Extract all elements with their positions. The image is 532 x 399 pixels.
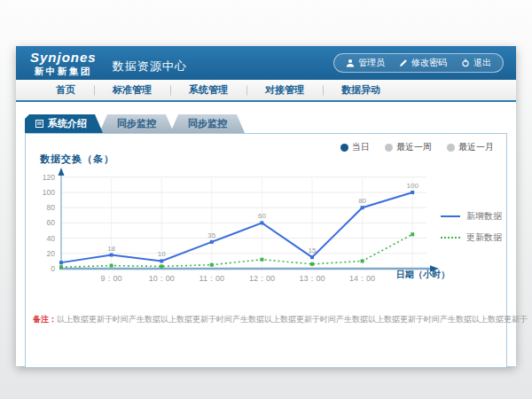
tab-bar: 系统介绍同步监控同步监控	[25, 114, 245, 133]
svg-text:9：00: 9：00	[101, 274, 122, 283]
logo-text-cn: 新中新集团	[30, 66, 97, 76]
footnote-body: 以上数据更新于时间产生数据以上数据更新于时间产生数据以上数据更新于时间产生数据以…	[57, 315, 528, 324]
period-option-1[interactable]: 当日	[340, 141, 370, 153]
chart-legend: 新增数据更新数据	[441, 210, 502, 253]
footnote: 备注：以上数据更新于时间产生数据以上数据更新于时间产生数据以上数据更新于时间产生…	[33, 314, 499, 325]
period-option-label: 最近一周	[396, 141, 432, 153]
tab-label: 同步监控	[188, 118, 227, 129]
period-option-2[interactable]: 最近一周	[385, 141, 432, 153]
svg-text:35: 35	[207, 231, 215, 239]
legend-label: 新增数据	[466, 210, 502, 223]
svg-text:12：00: 12：00	[249, 274, 275, 283]
company-logo: Synjones 新中新集团	[30, 51, 97, 76]
tab-3[interactable]: 同步监控	[170, 114, 245, 133]
svg-text:100: 100	[407, 182, 419, 190]
user-toolbar: 管理员 修改密码 退出	[333, 53, 504, 73]
period-option-label: 最近一月	[458, 141, 494, 153]
document-icon	[35, 120, 43, 128]
edit-icon	[399, 59, 408, 67]
y-axis-title: 数据交换（条）	[40, 153, 114, 166]
svg-text:20: 20	[47, 249, 56, 258]
svg-text:120: 120	[43, 173, 55, 182]
nav-item-2[interactable]: 标准管理	[94, 83, 170, 97]
power-icon	[461, 59, 470, 67]
app-window: Synjones 新中新集团 数据资源中心 管理员 修改密码 退出 首页标准管理…	[16, 46, 516, 366]
current-user-label: 管理员	[358, 57, 385, 69]
svg-text:18: 18	[107, 245, 115, 253]
radio-icon	[385, 144, 393, 152]
svg-text:80: 80	[358, 197, 366, 205]
svg-text:40: 40	[47, 234, 56, 243]
logout-button[interactable]: 退出	[461, 57, 491, 69]
user-icon	[346, 59, 355, 67]
legend-label: 更新数据	[466, 231, 502, 244]
svg-text:11：00: 11：00	[200, 274, 224, 283]
legend-swatch-icon	[441, 237, 460, 239]
content-area: 系统介绍同步监控同步监控 当日最近一周最近一月 数据交换（条） 日期（小时） 0…	[16, 102, 516, 366]
svg-text:10：00: 10：00	[149, 274, 175, 283]
legend-swatch-icon	[441, 215, 460, 217]
svg-text:100: 100	[43, 188, 55, 197]
radio-icon	[340, 144, 348, 152]
legend-item-1[interactable]: 新增数据	[441, 210, 502, 223]
svg-text:10: 10	[158, 250, 166, 258]
nav-item-5[interactable]: 数据异动	[323, 83, 399, 97]
svg-text:13：00: 13：00	[299, 274, 325, 283]
tab-2[interactable]: 同步监控	[99, 114, 174, 133]
svg-text:15: 15	[309, 246, 317, 254]
change-password-label: 修改密码	[411, 57, 447, 69]
current-user-button[interactable]: 管理员	[346, 57, 385, 69]
period-option-3[interactable]: 最近一月	[447, 141, 494, 153]
x-axis-title: 日期（小时）	[396, 269, 450, 281]
app-header: Synjones 新中新集团 数据资源中心 管理员 修改密码 退出	[16, 46, 516, 80]
nav-item-1[interactable]: 首页	[37, 83, 94, 97]
logo-text-en: Synjones	[30, 51, 97, 64]
footnote-prefix: 备注：	[33, 315, 57, 324]
svg-text:80: 80	[47, 203, 56, 212]
change-password-button[interactable]: 修改密码	[399, 57, 447, 69]
logout-label: 退出	[473, 57, 491, 69]
nav-item-4[interactable]: 对接管理	[246, 83, 323, 97]
nav-item-3[interactable]: 系统管理	[170, 83, 246, 97]
chart-panel: 当日最近一周最近一月 数据交换（条） 日期（小时） 02040608010012…	[25, 133, 507, 368]
svg-text:60: 60	[47, 218, 56, 227]
page-title: 数据资源中心	[113, 59, 187, 74]
period-filter: 当日最近一周最近一月	[340, 141, 494, 153]
tab-1[interactable]: 系统介绍	[25, 114, 103, 133]
radio-icon	[447, 144, 455, 152]
svg-text:14：00: 14：00	[349, 274, 375, 283]
svg-text:0: 0	[51, 264, 55, 273]
svg-text:60: 60	[258, 212, 266, 220]
period-option-label: 当日	[352, 141, 370, 153]
legend-item-2[interactable]: 更新数据	[441, 231, 502, 244]
tab-label: 同步监控	[117, 118, 156, 129]
main-nav: 首页标准管理系统管理对接管理数据异动	[16, 80, 516, 102]
tab-label: 系统介绍	[48, 114, 87, 133]
